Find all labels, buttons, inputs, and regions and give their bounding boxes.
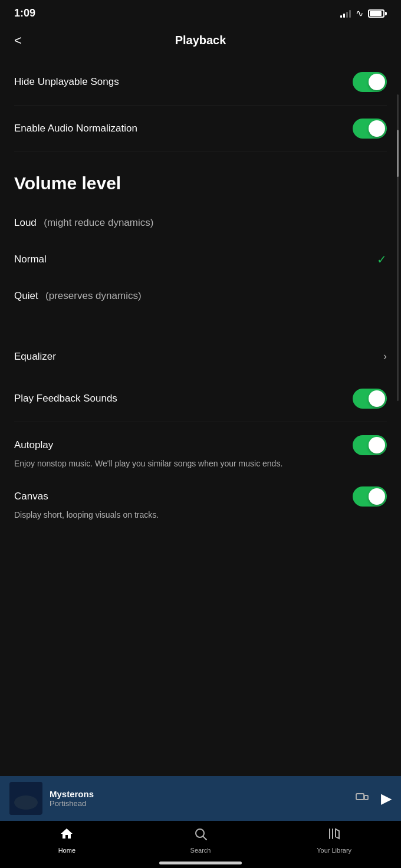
audio-normalization-row: Enable Audio Normalization (14, 106, 387, 152)
track-artist: Portishead (50, 799, 348, 808)
track-title: Mysterons (50, 789, 348, 799)
volume-loud-label: Loud (14, 217, 37, 228)
status-icons: ∿ (340, 8, 387, 19)
hide-unplayable-label: Hide Unplayable Songs (14, 76, 119, 88)
home-indicator (159, 862, 242, 864)
page-title: Playback (175, 34, 226, 47)
now-playing-info: Mysterons Portishead (50, 789, 348, 808)
volume-loud-option[interactable]: Loud (might reduce dynamics) (14, 205, 387, 241)
settings-content: Hide Unplayable Songs Enable Audio Norma… (0, 59, 401, 627)
now-playing-controls: ▶ (355, 790, 392, 807)
wifi-icon: ∿ (356, 8, 363, 19)
search-icon (193, 827, 208, 844)
nav-library-label: Your Library (317, 847, 351, 854)
autoplay-toggle[interactable] (353, 435, 387, 455)
volume-normal-option[interactable]: Normal ✓ (14, 241, 387, 278)
device-connect-icon[interactable] (355, 790, 369, 807)
svg-rect-1 (364, 795, 368, 800)
play-feedback-toggle[interactable] (353, 389, 387, 409)
audio-normalization-label: Enable Audio Normalization (14, 123, 137, 134)
autoplay-label: Autoplay (14, 439, 53, 451)
audio-normalization-toggle[interactable] (353, 119, 387, 139)
autoplay-description: Enjoy nonstop music. We'll play you simi… (14, 455, 387, 482)
svg-line-3 (203, 837, 207, 840)
battery-icon (368, 9, 387, 18)
page-header: < Playback (0, 24, 401, 59)
selected-checkmark-icon: ✓ (377, 252, 387, 267)
toggle-knob (369, 488, 385, 505)
autoplay-section: Autoplay Enjoy nonstop music. We'll play… (14, 422, 387, 482)
status-time: 1:09 (14, 7, 35, 19)
nav-home-label: Home (58, 847, 75, 854)
volume-quiet-text: Quiet (preserves dynamics) (14, 290, 142, 302)
nav-item-search[interactable]: Search (134, 827, 268, 854)
volume-loud-sub: (might reduce dynamics) (44, 217, 153, 228)
section-divider (14, 314, 387, 337)
autoplay-row: Autoplay (14, 435, 387, 455)
canvas-row: Canvas (14, 486, 387, 507)
toggle-knob (369, 437, 385, 453)
svg-rect-0 (356, 794, 364, 800)
bottom-spacer (14, 533, 387, 627)
nav-search-label: Search (190, 847, 211, 854)
toggle-knob (369, 390, 385, 407)
library-icon (327, 827, 341, 844)
nav-item-home[interactable]: Home (0, 827, 134, 854)
bottom-navigation: Home Search Your Library (0, 821, 401, 868)
hide-unplayable-toggle[interactable] (353, 72, 387, 92)
album-art (9, 782, 42, 815)
now-playing-bar[interactable]: Mysterons Portishead ▶ (0, 776, 401, 821)
play-feedback-label: Play Feedback Sounds (14, 393, 117, 405)
volume-section-header: Volume level (14, 152, 387, 205)
canvas-label: Canvas (14, 491, 48, 502)
toggle-knob (369, 74, 385, 90)
scrollbar-track (397, 94, 399, 401)
volume-normal-text: Normal (14, 254, 47, 265)
toggle-knob (369, 120, 385, 137)
canvas-toggle[interactable] (353, 486, 387, 507)
hide-unplayable-row: Hide Unplayable Songs (14, 59, 387, 106)
play-feedback-row: Play Feedback Sounds (14, 376, 387, 422)
equalizer-row[interactable]: Equalizer › (14, 337, 387, 376)
volume-quiet-option[interactable]: Quiet (preserves dynamics) (14, 278, 387, 314)
volume-normal-label: Normal (14, 254, 47, 265)
volume-level-title: Volume level (14, 173, 121, 193)
volume-loud-text: Loud (might reduce dynamics) (14, 217, 153, 229)
signal-icon (340, 9, 351, 18)
home-icon (60, 827, 74, 844)
play-button[interactable]: ▶ (381, 790, 392, 807)
status-bar: 1:09 ∿ (0, 0, 401, 24)
nav-item-library[interactable]: Your Library (267, 827, 401, 854)
canvas-description: Display short, looping visuals on tracks… (14, 507, 387, 533)
canvas-section: Canvas Display short, looping visuals on… (14, 482, 387, 533)
chevron-right-icon: › (383, 350, 387, 363)
volume-quiet-sub: (preserves dynamics) (45, 290, 142, 301)
back-button[interactable]: < (14, 33, 22, 48)
scrollbar-thumb[interactable] (397, 130, 399, 177)
equalizer-label: Equalizer (14, 351, 56, 363)
volume-quiet-label: Quiet (14, 290, 38, 301)
